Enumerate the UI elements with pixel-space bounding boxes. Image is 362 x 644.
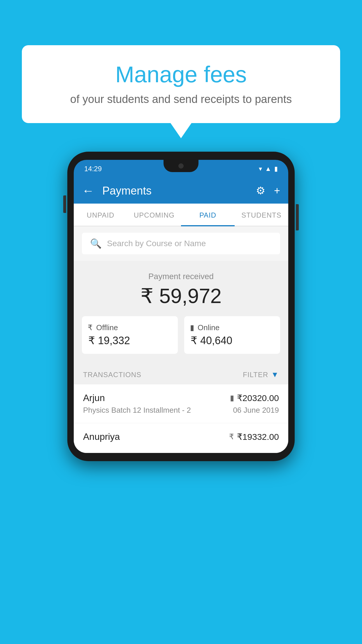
speech-bubble: Manage fees of your students and send re… <box>22 45 340 123</box>
filter-button[interactable]: FILTER ▼ <box>243 370 279 379</box>
payment-amount: ₹ 59,972 <box>82 284 280 308</box>
add-button[interactable]: + <box>274 185 280 197</box>
tab-students[interactable]: STUDENTS <box>235 204 288 226</box>
settings-button[interactable]: ⚙ <box>256 185 265 197</box>
table-row[interactable]: Arjun ▮ ₹20320.00 Physics Batch 12 Insta… <box>74 384 288 423</box>
search-box[interactable]: 🔍 Search by Course or Name <box>82 233 280 254</box>
offline-amount: ₹ 19,332 <box>88 335 172 347</box>
search-icon: 🔍 <box>90 238 102 249</box>
signal-icon: ▲ <box>265 165 271 173</box>
phone-container: 14:29 ▾ ▲ ▮ ← Payments ⚙ + UNPAID UPCOMI… <box>67 152 295 461</box>
online-amount: ₹ 40,640 <box>191 335 274 347</box>
transaction-top: Arjun ▮ ₹20320.00 <box>83 393 279 403</box>
bubble-subtitle: of your students and send receipts to pa… <box>39 93 323 106</box>
payment-label: Payment received <box>82 272 280 281</box>
battery-icon: ▮ <box>274 165 278 173</box>
transaction-amount: ▮ ₹20320.00 <box>230 393 279 403</box>
online-card-header: ▮ Online <box>190 323 274 332</box>
payment-summary: Payment received ₹ 59,972 ₹ Offline ₹ 19… <box>74 261 288 362</box>
transaction-date: 06 June 2019 <box>233 406 279 415</box>
filter-icon: ▼ <box>271 370 279 379</box>
speech-bubble-container: Manage fees of your students and send re… <box>22 45 340 123</box>
transaction-name: Arjun <box>83 393 105 403</box>
offline-card-header: ₹ Offline <box>88 323 172 332</box>
card-icon: ▮ <box>190 323 194 332</box>
search-input[interactable]: Search by Course or Name <box>107 239 206 248</box>
volume-button <box>63 195 66 213</box>
phone-content: 🔍 Search by Course or Name Payment recei… <box>74 226 288 453</box>
filter-label: FILTER <box>243 371 268 379</box>
transaction-name: Anupriya <box>83 431 120 442</box>
amount-value: ₹20320.00 <box>237 393 279 403</box>
transaction-bottom: Physics Batch 12 Installment - 2 06 June… <box>83 406 279 415</box>
transaction-top: Anupriya ₹ ₹19332.00 <box>83 431 279 442</box>
amount-value: ₹19332.00 <box>237 432 279 442</box>
camera <box>178 163 184 169</box>
online-label: Online <box>198 323 219 332</box>
card-payment-icon: ▮ <box>230 393 234 402</box>
search-container: 🔍 Search by Course or Name <box>74 226 288 261</box>
back-button[interactable]: ← <box>82 184 94 198</box>
wifi-icon: ▾ <box>259 165 262 173</box>
app-bar-actions: ⚙ + <box>256 185 280 197</box>
tab-paid[interactable]: PAID <box>181 204 235 226</box>
page-title: Payments <box>102 185 248 197</box>
transactions-header: TRANSACTIONS FILTER ▼ <box>74 362 288 384</box>
transactions-label: TRANSACTIONS <box>83 371 141 379</box>
status-icons: ▾ ▲ ▮ <box>259 165 278 173</box>
cash-icon: ₹ <box>88 323 93 332</box>
cash-payment-icon: ₹ <box>229 432 234 441</box>
tab-upcoming[interactable]: UPCOMING <box>127 204 181 226</box>
transaction-amount: ₹ ₹19332.00 <box>229 432 279 442</box>
bubble-title: Manage fees <box>39 61 323 88</box>
phone-outer: 14:29 ▾ ▲ ▮ ← Payments ⚙ + UNPAID UPCOMI… <box>67 152 295 461</box>
tabs-container: UNPAID UPCOMING PAID STUDENTS <box>74 204 288 226</box>
payment-cards: ₹ Offline ₹ 19,332 ▮ Online ₹ 40,640 <box>82 316 280 354</box>
status-bar: 14:29 ▾ ▲ ▮ <box>74 160 288 178</box>
transaction-course: Physics Batch 12 Installment - 2 <box>83 406 191 415</box>
power-button <box>296 204 299 230</box>
transaction-list: Arjun ▮ ₹20320.00 Physics Batch 12 Insta… <box>74 384 288 453</box>
offline-card: ₹ Offline ₹ 19,332 <box>82 316 178 354</box>
notch <box>164 160 198 172</box>
tab-unpaid[interactable]: UNPAID <box>74 204 127 226</box>
app-bar: ← Payments ⚙ + <box>74 178 288 204</box>
offline-label: Offline <box>96 323 118 332</box>
table-row[interactable]: Anupriya ₹ ₹19332.00 <box>74 423 288 453</box>
status-time: 14:29 <box>84 165 102 173</box>
online-card: ▮ Online ₹ 40,640 <box>184 316 280 354</box>
